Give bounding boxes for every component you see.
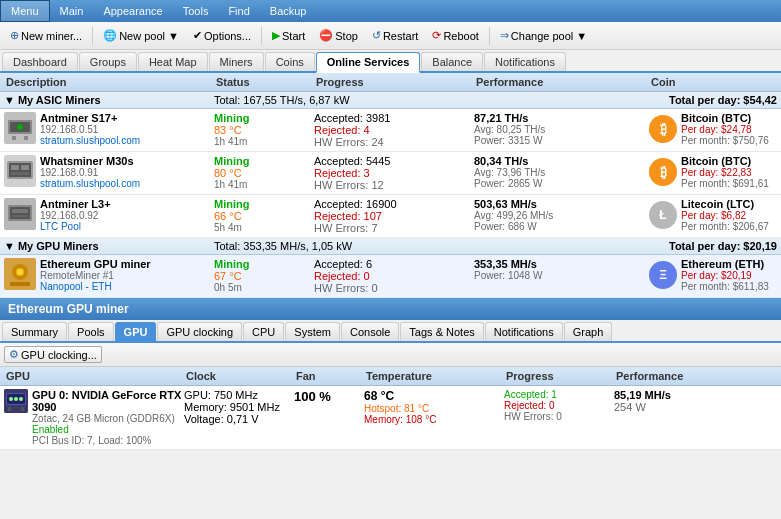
coin-details: Bitcoin (BTC) Per day: $24,78 Per month:… xyxy=(681,112,769,146)
miner-ip: RemoteMiner #1 xyxy=(40,270,151,281)
gpu-total: Total: 353,35 MH/s, 1,05 kW xyxy=(214,240,647,252)
table-row[interactable]: GPU 0: NVIDIA GeForce RTX 3090 Zotac, 24… xyxy=(0,386,781,450)
table-header: Description Status Progress Performance … xyxy=(0,73,781,92)
pool-icon: 🌐 xyxy=(103,29,117,42)
detail-panel-header: Ethereum GPU miner xyxy=(0,298,781,320)
new-pool-button[interactable]: 🌐 New pool ▼ xyxy=(97,25,185,47)
miner-coin: ₿ Bitcoin (BTC) Per day: $24,78 Per mont… xyxy=(649,112,779,146)
stop-button[interactable]: ⛔ Stop xyxy=(313,25,364,47)
detail-tab-graph[interactable]: Graph xyxy=(564,322,613,341)
options-button[interactable]: ✔ Options... xyxy=(187,25,257,47)
miner-ip: 192.168.0.51 xyxy=(40,124,140,135)
restart-icon: ↺ xyxy=(372,29,381,42)
miner-pool: Nanopool - ETH xyxy=(40,281,151,292)
table-row[interactable]: Ethereum GPU miner RemoteMiner #1 Nanopo… xyxy=(0,255,781,298)
gpu-clocking-button[interactable]: ⚙ GPU clocking... xyxy=(4,346,102,363)
col-status: Status xyxy=(214,75,314,89)
svg-point-20 xyxy=(17,269,23,275)
tab-dashboard[interactable]: Dashboard xyxy=(2,52,78,71)
table-row[interactable]: Antminer S17+ 192.168.0.51 stratum.slush… xyxy=(0,109,781,152)
detail-tab-gpu-clocking[interactable]: GPU clocking xyxy=(157,322,242,341)
detail-tab-notifications[interactable]: Notifications xyxy=(485,322,563,341)
miner-name: Antminer L3+ xyxy=(40,198,111,210)
svg-rect-28 xyxy=(8,407,11,411)
detail-tab-pools[interactable]: Pools xyxy=(68,322,114,341)
table-row[interactable]: Whatsminer M30s 192.168.0.91 stratum.slu… xyxy=(0,152,781,195)
miner-name: Whatsminer M30s xyxy=(40,155,140,167)
btc-icon: ₿ xyxy=(649,158,677,186)
gpu-device-icon xyxy=(4,389,28,413)
col-progress: Progress xyxy=(314,75,474,89)
main-tab-bar: Dashboard Groups Heat Map Miners Coins O… xyxy=(0,50,781,73)
miner-coin: Ξ Ethereum (ETH) Per day: $20,19 Per mon… xyxy=(649,258,779,292)
start-button[interactable]: ▶ Start xyxy=(266,25,311,47)
detail-tab-cpu[interactable]: CPU xyxy=(243,322,284,341)
miner-info: Ethereum GPU miner RemoteMiner #1 Nanopo… xyxy=(4,258,214,292)
eth-icon: Ξ xyxy=(649,261,677,289)
miner-performance: 80,34 TH/s Avg: 73,96 TH/s Power: 2865 W xyxy=(474,155,649,189)
asic-section-label: ▼ My ASIC Miners xyxy=(4,94,214,106)
svg-point-3 xyxy=(17,124,23,130)
change-pool-button[interactable]: ⇒ Change pool ▼ xyxy=(494,25,593,47)
reboot-button[interactable]: ⟳ Reboot xyxy=(426,25,484,47)
miner-pool: stratum.slushpool.com xyxy=(40,135,140,146)
restart-button[interactable]: ↺ Restart xyxy=(366,25,424,47)
miner-name: Antminer S17+ xyxy=(40,112,140,124)
svg-rect-21 xyxy=(10,282,30,286)
miner-progress: Accepted: 6 Rejected: 0 HW Errors: 0 xyxy=(314,258,474,294)
detail-tab-system[interactable]: System xyxy=(285,322,340,341)
stop-icon: ⛔ xyxy=(319,29,333,42)
menu-bar: Menu Main Appearance Tools Find Backup xyxy=(0,0,781,22)
miner-icon xyxy=(4,198,36,230)
table-row[interactable]: Antminer L3+ 192.168.0.92 LTC Pool Minin… xyxy=(0,195,781,238)
tab-groups[interactable]: Groups xyxy=(79,52,137,71)
coin-details: Ethereum (ETH) Per day: $20,19 Per month… xyxy=(681,258,769,292)
svg-rect-15 xyxy=(12,209,28,213)
new-miner-button[interactable]: ⊕ New miner... xyxy=(4,25,88,47)
tab-heatmap[interactable]: Heat Map xyxy=(138,52,208,71)
sep3 xyxy=(489,27,490,45)
tab-notifications[interactable]: Notifications xyxy=(484,52,566,71)
miner-pool: LTC Pool xyxy=(40,221,111,232)
svg-rect-5 xyxy=(24,136,28,140)
miner-text: Ethereum GPU miner RemoteMiner #1 Nanopo… xyxy=(40,258,151,292)
start-icon: ▶ xyxy=(272,29,280,42)
tab-miners[interactable]: Miners xyxy=(209,52,264,71)
svg-rect-29 xyxy=(21,407,24,411)
miner-status: Mining 66 °C 5h 4m xyxy=(214,198,314,233)
detail-tab-summary[interactable]: Summary xyxy=(2,322,67,341)
menu-item-main[interactable]: Main xyxy=(50,0,94,22)
toolbar: ⊕ New miner... 🌐 New pool ▼ ✔ Options...… xyxy=(0,22,781,50)
gpu-toolbar: ⚙ GPU clocking... xyxy=(0,343,781,367)
svg-point-26 xyxy=(14,397,18,401)
menu-item-tools[interactable]: Tools xyxy=(173,0,219,22)
miner-progress: Accepted: 3981 Rejected: 4 HW Errors: 24 xyxy=(314,112,474,148)
detail-tab-gpu[interactable]: GPU xyxy=(115,322,157,341)
detail-tab-console[interactable]: Console xyxy=(341,322,399,341)
ltc-icon: Ł xyxy=(649,201,677,229)
gpu-temperature: 68 °C Hotspot: 81 °C Memory: 108 °C xyxy=(364,389,504,425)
miner-info: Whatsminer M30s 192.168.0.91 stratum.slu… xyxy=(4,155,214,189)
tab-balance[interactable]: Balance xyxy=(421,52,483,71)
tab-coins[interactable]: Coins xyxy=(265,52,315,71)
menu-item-backup[interactable]: Backup xyxy=(260,0,317,22)
col-performance: Performance xyxy=(474,75,649,89)
gpu-col-fan: Fan xyxy=(294,369,364,383)
btc-icon: ₿ xyxy=(649,115,677,143)
gpu-col-temp: Temperature xyxy=(364,369,504,383)
gpu-device-info: GPU 0: NVIDIA GeForce RTX 3090 Zotac, 24… xyxy=(32,389,184,446)
menu-item-menu[interactable]: Menu xyxy=(0,0,50,22)
reboot-icon: ⟳ xyxy=(432,29,441,42)
tab-online-services[interactable]: Online Services xyxy=(316,52,421,73)
miner-text: Antminer S17+ 192.168.0.51 stratum.slush… xyxy=(40,112,140,146)
menu-item-find[interactable]: Find xyxy=(218,0,259,22)
gpu-total-per-day: Total per day: $20,19 xyxy=(647,240,777,252)
miner-status: Mining 80 °C 1h 41m xyxy=(214,155,314,190)
miner-performance: 353,35 MH/s Power: 1048 W xyxy=(474,258,649,281)
gpu-info: GPU 0: NVIDIA GeForce RTX 3090 Zotac, 24… xyxy=(4,389,184,446)
coin-details: Litecoin (LTC) Per day: $6,82 Per month:… xyxy=(681,198,769,232)
detail-tab-tags[interactable]: Tags & Notes xyxy=(400,322,483,341)
menu-item-appearance[interactable]: Appearance xyxy=(93,0,172,22)
gpu-clock-info: GPU: 750 MHz Memory: 9501 MHz Voltage: 0… xyxy=(184,389,294,425)
gpu-performance: 85,19 MH/s 254 W xyxy=(614,389,744,413)
